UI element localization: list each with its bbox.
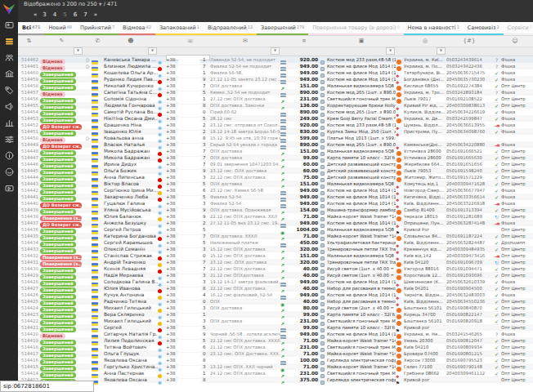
delivery-address: Житомир, Жито…: [404, 175, 446, 180]
delivery-address: Жеребкове 664…: [404, 162, 446, 167]
tracking-check-icon: ✓: [495, 338, 499, 344]
tracking-check-icon: ✓: [495, 96, 499, 102]
tracking-check-icon: ✓: [495, 371, 499, 376]
tab-сервіси[interactable]: Сервіси0: [504, 22, 533, 35]
phone-last-digit: 1: [203, 96, 210, 101]
phone-last-digit: 7: [203, 149, 210, 154]
sidebar-item-statistics[interactable]: [0, 114, 18, 131]
phone-last-digit: 8: [203, 358, 210, 363]
order-comment: 23.12 смс. отправка от Сокол…: [210, 122, 280, 127]
order-comment: ОПХ: [210, 299, 280, 304]
order-comment: 16.12 смс фіалковий, 52-54: [210, 292, 280, 297]
tracking-status-icon: ✓: [492, 175, 501, 180]
tab-повернення-товару-в-дорозі-[interactable]: Повернення товару (в дорозі)0: [308, 22, 403, 35]
tracking-status-icon: ?: [492, 57, 501, 63]
first-page-button[interactable]: «: [34, 11, 36, 18]
tab-count-badge: 1: [457, 24, 459, 29]
order-source: Фішка: [501, 292, 529, 297]
client-name: Юлия Иванова: [104, 286, 158, 291]
tracking-icon[interactable]: {#}: [446, 36, 492, 47]
last-page-button[interactable]: »: [94, 11, 96, 18]
manager-icon[interactable]: ☺: [501, 36, 529, 47]
sidebar-item-support[interactable]: [0, 163, 18, 180]
delivery-address: Устинівка 28600: [404, 155, 446, 160]
page-button-5[interactable]: 5: [63, 11, 66, 18]
tracking-status-icon: →✖: [492, 201, 501, 207]
tracking-check-icon: ✓: [495, 312, 499, 318]
order-comment: 09.01 звернення 10471203 04…: [210, 162, 280, 167]
pickup-flag-icon: ⚑: [396, 381, 400, 385]
tab-count-badge: 42: [146, 24, 151, 29]
client-name: Микола Бадражан: [104, 149, 158, 154]
tab-запакований[interactable]: Запакований1: [155, 22, 204, 35]
order-comment: ОПХ доставка: [210, 83, 280, 88]
filter-dropdown[interactable]: ▼: [386, 47, 395, 55]
order-source: Опт Центр: [501, 364, 529, 369]
table-row[interactable]: 514413ЗавершенийЯковлева Оксана✻+388↗375…: [18, 376, 533, 383]
order-source: Фішка: [501, 122, 529, 127]
sidebar-item-marketing[interactable]: [0, 98, 18, 114]
page-button-4[interactable]: 4: [53, 11, 56, 18]
order-source: Фішка: [501, 109, 529, 114]
order-id: 514420: [18, 332, 40, 336]
delivery-address: Гребінки 08662: [404, 371, 446, 376]
product-box-icon: [319, 372, 327, 388]
order-source: Опт Центр: [501, 214, 529, 219]
tracking-status-icon: ✓: [492, 371, 501, 376]
sidebar-item-video[interactable]: [0, 180, 18, 196]
tab-відмова[interactable]: Відмова42: [119, 22, 155, 35]
tags-icon: [5, 86, 14, 95]
kyivstar-icon: ✻: [158, 380, 162, 385]
page-button-3[interactable]: 3: [43, 11, 46, 18]
sidebar-item-dashboard[interactable]: [0, 16, 18, 33]
sort-icon[interactable]: ⇅: [18, 36, 40, 47]
tab-нема-в-наявності[interactable]: Нема в наявності1: [404, 22, 464, 35]
page-button-7[interactable]: 7: [83, 11, 87, 18]
tracking-check-icon: ✓: [495, 358, 499, 363]
tracking-number: 0501690795523: [446, 358, 492, 363]
app-logo-icon[interactable]: [2, 3, 16, 15]
filter-dropdown[interactable]: ▼: [271, 47, 280, 55]
tracking-number: 20450636715475: [446, 70, 492, 75]
order-comment: Сірий,60-62: [210, 109, 280, 114]
tab-всі[interactable]: Всі471: [18, 22, 44, 35]
page-size-dropdown[interactable]: ▼: [99, 2, 102, 7]
product-name: Майка-корсет Waist Trainer *142…: [327, 214, 396, 219]
phone-last-digit: 0: [203, 253, 210, 258]
call-icon[interactable]: ✆: [92, 36, 104, 47]
page-button-6[interactable]: 6: [74, 11, 77, 18]
tracking-check-icon: ✓: [495, 109, 499, 115]
phone-prefix: +38: [166, 345, 178, 350]
status-icon[interactable]: ✎: [40, 36, 83, 47]
tracking-check-icon: ✓: [495, 292, 499, 298]
sidebar-item-tags[interactable]: [0, 82, 18, 98]
delivery-address: Украина, м. Де…: [404, 116, 446, 121]
order-total: 949.00: [289, 70, 319, 75]
tracking-status-icon: →✖: [492, 142, 501, 148]
phone-icon[interactable]: ☏: [178, 36, 203, 47]
tab-завершений[interactable]: Завершений278: [257, 22, 308, 35]
tab-відправлений[interactable]: Відправлений12: [204, 22, 257, 35]
client-name: Сергей Карамышев: [104, 240, 158, 245]
tab-прийнятий[interactable]: Прийнятий7: [76, 22, 119, 35]
order-total: 151.00: [289, 83, 319, 88]
tracking-status-icon: ✓: [492, 103, 501, 109]
sidebar-item-clients[interactable]: [0, 49, 18, 65]
phone-last-digit: 8: [203, 286, 210, 291]
phone-last-digit: 1: [203, 57, 210, 62]
filter-dropdown[interactable]: ▼: [148, 47, 157, 55]
sidebar-item-warehouse[interactable]: [0, 65, 18, 82]
phone-prefix: +38: [166, 149, 178, 154]
phone-prefix: +38: [166, 214, 178, 219]
comment-icon[interactable]: ✉: [210, 36, 280, 47]
tab-самовивіз[interactable]: Самовивіз2: [464, 22, 504, 35]
tab-новий[interactable]: Новий48: [44, 22, 76, 35]
sidebar-item-settings[interactable]: [0, 131, 18, 147]
price-icon[interactable]: ¤: [289, 36, 319, 47]
product-icon[interactable]: ▣: [327, 36, 396, 47]
sidebar-item-orders[interactable]: [0, 33, 18, 49]
filter-dropdown[interactable]: ▼: [437, 47, 446, 55]
client-icon[interactable]: ☻: [104, 36, 158, 47]
sidebar-item-info[interactable]: [0, 147, 18, 163]
location-icon[interactable]: ◎: [404, 36, 446, 47]
